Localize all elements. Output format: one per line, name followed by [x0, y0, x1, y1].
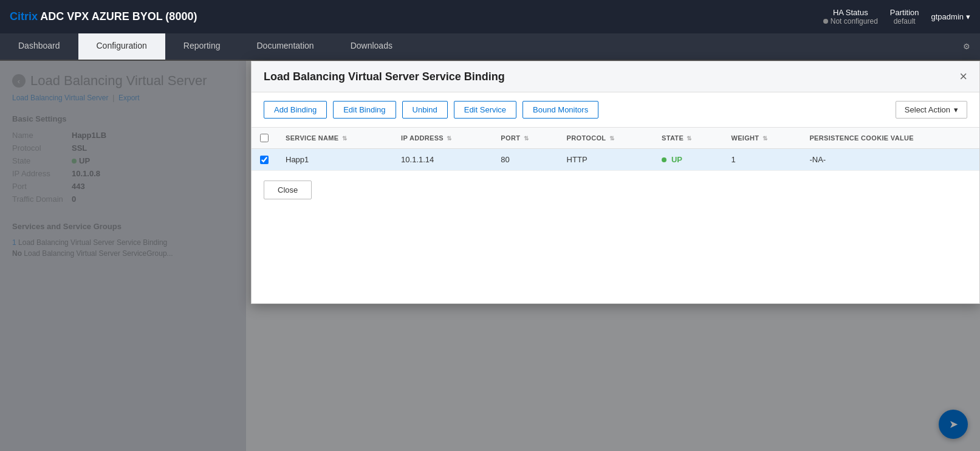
sort-protocol-icon[interactable]: ⇅: [609, 135, 614, 142]
col-header-weight: Weight ⇅: [722, 128, 801, 149]
bound-monitors-button[interactable]: Bound Monitors: [523, 101, 598, 119]
col-header-ip-address: IP Address ⇅: [392, 128, 492, 149]
row-ip-address: 10.1.1.14: [392, 149, 492, 171]
row-persistence-cookie: -NA-: [801, 149, 979, 171]
add-binding-button[interactable]: Add Binding: [264, 101, 327, 119]
row-protocol: HTTP: [558, 149, 653, 171]
brand-citrix: Citrix: [10, 10, 38, 22]
tab-downloads[interactable]: Downloads: [332, 33, 411, 60]
tab-reporting[interactable]: Reporting: [165, 33, 239, 60]
service-binding-table: Service Name ⇅ IP Address ⇅ Port ⇅ Pro: [252, 128, 979, 171]
modal-toolbar: Add Binding Edit Binding Unbind Edit Ser…: [252, 92, 979, 128]
row-state: UP: [653, 149, 722, 171]
ha-dot-icon: [823, 19, 828, 24]
select-action-button[interactable]: Select Action ▾: [896, 101, 967, 119]
row-weight: 1: [722, 149, 801, 171]
modal-overlay: Load Balancing Virtual Server Service Bi…: [0, 61, 980, 451]
col-header-protocol: Protocol ⇅: [558, 128, 653, 149]
modal-table-wrap: Service Name ⇅ IP Address ⇅ Port ⇅ Pro: [252, 128, 979, 171]
row-port: 80: [492, 149, 558, 171]
ha-status-value: Not configured: [823, 17, 878, 26]
sort-state-icon[interactable]: ⇅: [687, 135, 691, 142]
partition: Partition default: [890, 8, 919, 26]
topbar-right: HA Status Not configured Partition defau…: [823, 8, 970, 26]
modal-close-button[interactable]: ×: [959, 70, 967, 83]
col-header-checkbox: [252, 128, 277, 149]
edit-binding-button[interactable]: Edit Binding: [333, 101, 396, 119]
col-header-state: State ⇅: [653, 128, 722, 149]
tab-dashboard[interactable]: Dashboard: [0, 33, 78, 60]
user-chevron-icon: ▾: [966, 12, 970, 21]
navbar: Dashboard Configuration Reporting Docume…: [0, 33, 980, 61]
col-header-port: Port ⇅: [492, 128, 558, 149]
partition-value: default: [890, 17, 919, 26]
ha-status-text: Not configured: [831, 17, 878, 26]
table-row[interactable]: Happ1 10.1.1.14 80 HTTP UP 1 -NA-: [252, 149, 979, 171]
modal-header: Load Balancing Virtual Server Service Bi…: [252, 61, 979, 92]
select-action-label: Select Action: [905, 105, 950, 114]
modal-dialog: Load Balancing Virtual Server Service Bi…: [251, 61, 980, 304]
modal-title: Load Balancing Virtual Server Service Bi…: [264, 71, 505, 83]
col-header-persistence-cookie: Persistence Cookie Value: [801, 128, 979, 149]
user-menu[interactable]: gtpadmin ▾: [931, 12, 970, 21]
tab-documentation[interactable]: Documentation: [238, 33, 332, 60]
sort-weight-icon[interactable]: ⇅: [762, 135, 767, 142]
partition-label: Partition: [890, 8, 919, 17]
row-checkbox-cell: [252, 149, 277, 171]
close-modal-button[interactable]: Close: [264, 181, 312, 199]
settings-icon[interactable]: ⚙: [953, 33, 980, 60]
user-label: gtpadmin: [931, 12, 964, 21]
state-dot-icon: [662, 157, 666, 162]
ha-status: HA Status Not configured: [823, 8, 878, 26]
modal-footer: Close: [252, 171, 979, 209]
brand: Citrix ADC VPX AZURE BYOL (8000): [10, 10, 197, 23]
tab-configuration[interactable]: Configuration: [78, 33, 165, 60]
select-action-chevron-icon: ▾: [954, 105, 958, 114]
edit-service-button[interactable]: Edit Service: [454, 101, 516, 119]
ha-status-label: HA Status: [823, 8, 878, 17]
topbar: Citrix ADC VPX AZURE BYOL (8000) HA Stat…: [0, 0, 980, 33]
brand-rest: ADC VPX AZURE BYOL (8000): [38, 10, 197, 22]
select-all-checkbox[interactable]: [260, 134, 269, 142]
sort-ip-icon[interactable]: ⇅: [447, 135, 451, 142]
col-header-service-name: Service Name ⇅: [277, 128, 392, 149]
row-checkbox[interactable]: [260, 156, 269, 164]
sort-port-icon[interactable]: ⇅: [524, 135, 529, 142]
unbind-button[interactable]: Unbind: [402, 101, 448, 119]
sort-service-name-icon[interactable]: ⇅: [342, 135, 347, 142]
row-service-name: Happ1: [277, 149, 392, 171]
